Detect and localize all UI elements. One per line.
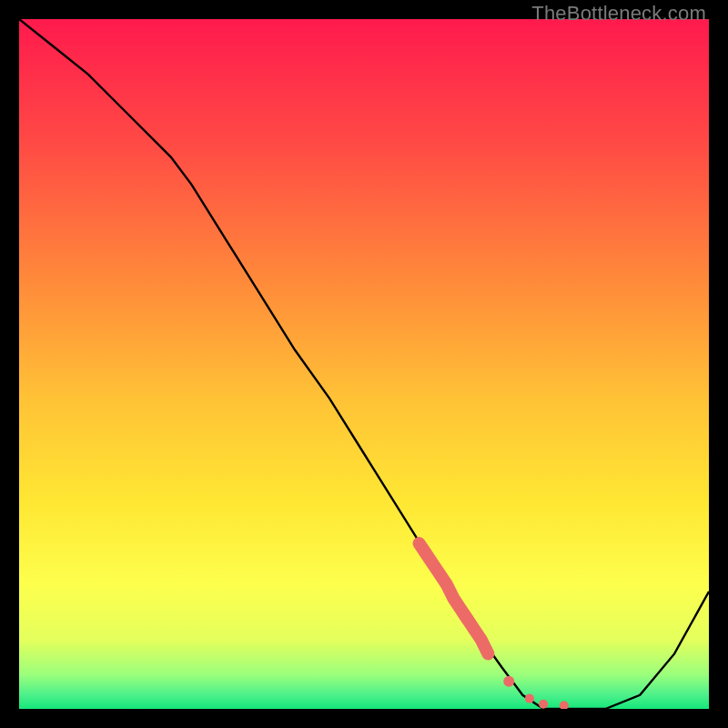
highlight-dot xyxy=(539,700,548,709)
chart-frame xyxy=(19,19,709,709)
highlight-dot xyxy=(503,676,514,687)
bottleneck-chart xyxy=(19,19,709,709)
highlight-dot xyxy=(525,694,534,703)
gradient-background xyxy=(19,19,709,709)
watermark-text: TheBottleneck.com xyxy=(531,2,706,25)
